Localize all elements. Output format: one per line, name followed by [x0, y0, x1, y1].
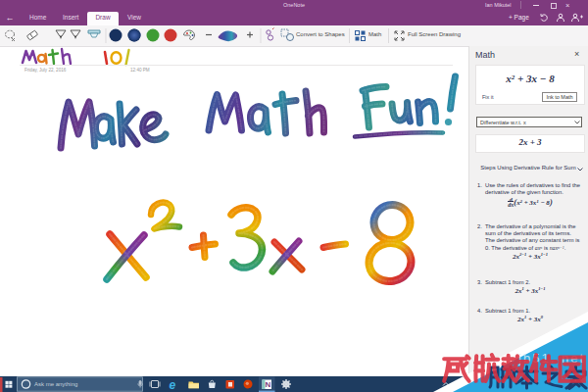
- svg-text:12:40 PM: 12:40 PM: [130, 68, 150, 73]
- svg-text:Friday, July 22, 2016: Friday, July 22, 2016: [24, 68, 67, 73]
